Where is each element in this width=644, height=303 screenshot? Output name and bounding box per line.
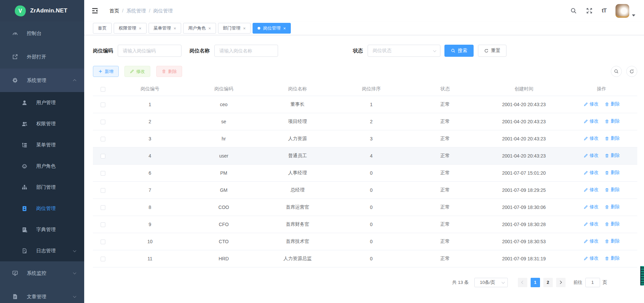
add-button[interactable]: 新增 xyxy=(93,66,119,77)
row-delete-link[interactable]: 删除 xyxy=(605,187,620,193)
close-tab-icon[interactable]: × xyxy=(243,26,246,31)
table-row: 8COO首席运营官0正常2001-07-09 18:30:06修改删除 xyxy=(93,199,637,216)
row-delete-link[interactable]: 删除 xyxy=(605,238,620,244)
row-delete-link[interactable]: 删除 xyxy=(605,204,620,210)
row-checkbox[interactable] xyxy=(101,137,105,141)
tab-home[interactable]: 首页 xyxy=(93,23,112,34)
select-all-checkbox[interactable] xyxy=(101,87,105,92)
goto-label: 前往 xyxy=(574,279,583,286)
font-size-icon[interactable]: tT xyxy=(602,7,606,14)
row-checkbox[interactable] xyxy=(101,240,105,244)
cell-created: 2001-04-20 20:43:23 xyxy=(482,147,566,164)
cell-post-name: 人力资源 xyxy=(261,130,334,147)
sidebar-item-menu-management[interactable]: 菜单管理 xyxy=(0,134,84,156)
sidebar-item-article-management[interactable]: 文章管理 xyxy=(0,285,84,303)
row-checkbox[interactable] xyxy=(101,257,105,261)
row-checkbox[interactable] xyxy=(101,154,105,159)
tab-permission[interactable]: 权限管理× xyxy=(114,23,147,34)
tab-menu[interactable]: 菜单管理× xyxy=(149,23,181,34)
row-edit-link[interactable]: 修改 xyxy=(584,135,599,141)
logo-letter: V xyxy=(18,8,22,14)
sidebar-item-user-management[interactable]: 用户管理 xyxy=(0,92,84,113)
page-button-2[interactable]: 2 xyxy=(543,278,553,287)
row-edit-link[interactable]: 修改 xyxy=(584,238,599,244)
sidebar-item-system-monitor[interactable]: 系统监控 xyxy=(0,261,84,285)
org-chart-icon xyxy=(21,184,28,190)
sidebar-item-user-roles[interactable]: 用户角色 xyxy=(0,156,84,177)
close-tab-icon[interactable]: × xyxy=(139,26,142,31)
fullscreen-icon[interactable] xyxy=(586,7,593,14)
row-edit-link[interactable]: 修改 xyxy=(584,118,599,124)
pencil-icon xyxy=(584,205,588,209)
row-edit-link[interactable]: 修改 xyxy=(584,153,599,159)
row-checkbox[interactable] xyxy=(101,222,105,227)
close-tab-icon[interactable]: × xyxy=(283,26,286,31)
sidebar-collapse-icon[interactable] xyxy=(91,7,99,14)
row-checkbox[interactable] xyxy=(101,120,105,124)
cell-status: 正常 xyxy=(408,216,482,233)
page-size-select[interactable]: 10条/页 xyxy=(474,278,508,287)
post-code-input[interactable] xyxy=(118,45,181,57)
row-delete-link[interactable]: 删除 xyxy=(605,221,620,227)
tab-user-roles[interactable]: 用户角色× xyxy=(183,23,216,34)
cell-created: 2001-07-09 18:31:19 xyxy=(482,250,566,267)
row-edit-link[interactable]: 修改 xyxy=(584,187,599,193)
goto-page-input[interactable] xyxy=(585,278,600,287)
cell-post-name: 人力资源总监 xyxy=(261,250,334,267)
row-checkbox[interactable] xyxy=(101,188,105,193)
edit-button[interactable]: 修改 xyxy=(124,66,150,77)
show-search-button[interactable] xyxy=(611,66,622,77)
search-icon[interactable] xyxy=(570,7,577,14)
row-checkbox[interactable] xyxy=(101,102,105,107)
row-edit-link[interactable]: 修改 xyxy=(584,101,599,107)
status-select-placeholder: 岗位状态 xyxy=(373,48,391,54)
status-select[interactable]: 岗位状态 xyxy=(368,45,440,57)
next-page-button[interactable] xyxy=(556,278,566,287)
pencil-icon xyxy=(584,188,588,192)
row-checkbox[interactable] xyxy=(101,171,105,176)
breadcrumb-system[interactable]: 系统管理 xyxy=(126,8,146,14)
user-menu[interactable] xyxy=(615,4,635,18)
breadcrumb-home[interactable]: 首页 xyxy=(109,8,119,14)
sidebar-item-system-management[interactable]: 系统管理 xyxy=(0,69,84,92)
caret-down-icon[interactable] xyxy=(632,14,635,16)
post-name-input[interactable] xyxy=(214,45,278,57)
close-tab-icon[interactable]: × xyxy=(208,26,211,31)
cell-actions: 修改删除 xyxy=(566,233,637,250)
pencil-icon xyxy=(584,136,588,141)
row-edit-link[interactable]: 修改 xyxy=(584,170,599,176)
plus-icon xyxy=(98,69,103,74)
cell-post-id: 1 xyxy=(113,96,187,113)
reset-button[interactable]: 重置 xyxy=(478,45,506,57)
row-delete-link[interactable]: 删除 xyxy=(605,101,620,107)
sidebar-item-dashboard[interactable]: 控制台 xyxy=(0,21,84,45)
cell-post-id: 4 xyxy=(113,147,187,164)
row-checkbox[interactable] xyxy=(101,205,105,210)
row-delete-link[interactable]: 删除 xyxy=(605,255,620,261)
search-button[interactable]: 搜索 xyxy=(444,45,474,57)
sidebar-item-label: 用户管理 xyxy=(36,99,56,106)
sidebar-item-permission-management[interactable]: 权限管理 xyxy=(0,113,84,134)
row-delete-link[interactable]: 删除 xyxy=(605,170,620,176)
row-delete-link[interactable]: 删除 xyxy=(605,153,620,159)
row-delete-link[interactable]: 删除 xyxy=(605,118,620,124)
row-edit-link[interactable]: 修改 xyxy=(584,204,599,210)
scrollbar-thumb[interactable] xyxy=(640,266,644,286)
delete-button[interactable]: 删除 xyxy=(156,66,182,77)
app-logo[interactable]: V ZrAdmin.NET xyxy=(0,0,84,21)
avatar[interactable] xyxy=(615,4,629,18)
sidebar-item-post-management[interactable]: 岗位管理 xyxy=(0,198,84,219)
row-edit-link[interactable]: 修改 xyxy=(584,221,599,227)
sidebar-item-dictionary-management[interactable]: 字典管理 xyxy=(0,219,84,240)
sidebar-item-log-management[interactable]: 日志管理 xyxy=(0,240,84,261)
sidebar-item-external-open[interactable]: 外部打开 xyxy=(0,45,84,69)
prev-page-button[interactable] xyxy=(518,278,527,287)
close-tab-icon[interactable]: × xyxy=(174,26,176,31)
row-edit-link[interactable]: 修改 xyxy=(584,255,599,261)
refresh-table-button[interactable] xyxy=(626,66,637,77)
row-delete-link[interactable]: 删除 xyxy=(605,135,620,141)
tab-department[interactable]: 部门管理× xyxy=(218,23,251,34)
sidebar-item-department-management[interactable]: 部门管理 xyxy=(0,177,84,198)
tab-post-management[interactable]: 岗位管理× xyxy=(253,23,291,34)
page-button-1[interactable]: 1 xyxy=(531,278,540,287)
